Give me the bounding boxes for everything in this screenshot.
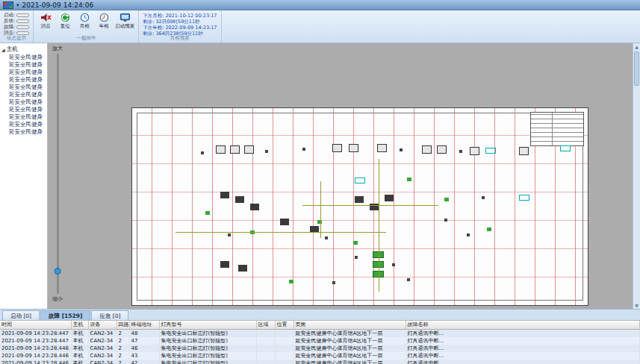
plan-element (485, 148, 496, 154)
schedule-lines: 下次月检: 2021-10-12 00:23:17 剩余: 32日09时59分1… (143, 13, 217, 37)
column-header[interactable]: 位置 (275, 321, 293, 329)
next-monthly-check-text: 下次月检: 2021-10-12 00:23:17 (143, 13, 217, 19)
cell-fault: 灯具通讯中断... (406, 329, 640, 337)
ops-buttons: 消音 复位 月检 (37, 13, 134, 30)
plan-element (289, 280, 293, 283)
plan-element (392, 263, 395, 266)
start-plan-button[interactable]: 启动预案 (115, 13, 134, 30)
plan-element (444, 198, 449, 201)
plan-element (355, 178, 365, 183)
plan-element (175, 232, 386, 233)
tree-item[interactable]: 延安全民健身 (0, 113, 47, 121)
plan-element (385, 195, 394, 201)
column-header[interactable]: 设备 (88, 321, 116, 329)
floorplan-canvas[interactable]: 放大 缩小 (48, 43, 640, 309)
tree-item[interactable]: 延安全民健身 (0, 91, 47, 98)
vscrollbar-thumb[interactable] (634, 51, 639, 86)
cell-host: 本机 (71, 329, 88, 337)
plan-element (250, 204, 259, 210)
tab-start[interactable]: 启动 [0] (2, 310, 40, 320)
cell-model: 集电安全出口标志灯(智能型) (159, 337, 256, 345)
column-header[interactable]: 故障名称 (406, 321, 640, 329)
tree-item[interactable]: 延安全民健身 (0, 84, 47, 91)
zoom-slider-thumb[interactable] (55, 268, 61, 274)
cell-page: 延安全民健身中心体育馆A区地下一层 (293, 345, 406, 352)
tree-item[interactable]: 延安全民健身 (0, 121, 47, 128)
table-row[interactable]: 2021-09-09 14:23:28.446 本机 CAN2-34 2 43 … (0, 352, 640, 360)
next-yearly-check-text: 下次年检: 2022-09-09 14:23:17 (143, 25, 217, 31)
status-row: 反馈: (4, 19, 29, 24)
cell-time: 2021-09-09 14:23:28.447 (0, 329, 71, 337)
column-header[interactable]: 区域 (256, 321, 275, 329)
cell-area (256, 329, 275, 337)
cell-loop: 2 (116, 329, 129, 337)
tab-fault[interactable]: 故障 [1529] (40, 310, 90, 320)
table-row[interactable]: 2021-09-09 14:23:28.447 本机 CAN2-34 2 47 … (0, 337, 640, 345)
cell-pos (275, 360, 293, 364)
tree-item[interactable]: 延安全民健身 (0, 69, 47, 76)
cell-time: 2021-09-09 14:23:28.447 (0, 337, 71, 345)
status-group: 启动: 反馈: 故障: 消音: (0, 10, 34, 43)
plan-element (355, 256, 358, 259)
plan-element (519, 195, 529, 201)
table-row[interactable]: 2021-09-09 14:23:28.446 本机 CAN2-34 2 46 … (0, 345, 640, 352)
tree-item[interactable]: 延安全民健身 (0, 61, 47, 69)
plan-element (377, 144, 387, 152)
status-row: 启动: (4, 13, 29, 18)
tree-root-label: 主机 (7, 46, 18, 53)
status-row: 故障: (4, 25, 29, 30)
plan-element (302, 148, 305, 151)
mute-icon (40, 13, 52, 22)
plan-element (216, 145, 226, 154)
column-header[interactable]: 灯具型号 (159, 321, 256, 329)
cell-loop: 2 (116, 360, 129, 364)
tree-item[interactable]: 延安全民健身 (0, 54, 47, 61)
ribbon-spacer (222, 10, 640, 43)
yearly-check-label: 年检 (99, 23, 109, 30)
tree-item[interactable]: 延安全民健身 (0, 98, 47, 106)
tree-item[interactable]: 延安全民健身 (0, 106, 47, 113)
reset-button[interactable]: 复位 (57, 13, 73, 30)
column-header[interactable]: 时间 (0, 321, 71, 329)
device-tree: ◢ 主机 延安全民健身 延安全民健身 延安全民健身 延安全民健身 延安全民健身 … (0, 43, 48, 309)
event-table: 时间 主机 设备 回路 终端地址 灯具型号 区域 位置 (0, 320, 640, 364)
app-icon[interactable] (3, 1, 13, 9)
cell-loop: 2 (116, 352, 129, 360)
cell-pos (275, 345, 293, 352)
cell-model: 集电安全出口标志灯(智能型) (159, 360, 256, 364)
tree-expand-icon[interactable]: ◢ (1, 47, 5, 52)
plan-element (201, 151, 204, 154)
mute-button[interactable]: 消音 (37, 13, 54, 30)
column-header[interactable]: 回路 (116, 321, 129, 329)
tree-item[interactable]: 延安全民健身 (0, 76, 47, 84)
zoom-slider[interactable] (57, 54, 59, 294)
plan-element (355, 196, 364, 203)
scroll-up-icon[interactable]: ▲ (635, 43, 639, 50)
cell-addr: 42 (129, 360, 159, 364)
yearly-check-clock-icon (99, 13, 110, 22)
tree-root-host[interactable]: ◢ 主机 (0, 45, 47, 54)
cell-page: 延安全民健身中心体育馆A区地下一层 (293, 352, 406, 360)
column-header[interactable]: 终端地址 (129, 321, 159, 329)
plan-element (459, 150, 462, 153)
plan-inner-frame (137, 113, 583, 301)
plan-legend-table (530, 112, 584, 146)
titlebar-dropdown-icon[interactable]: ▾ (16, 1, 19, 9)
monthly-check-button[interactable]: 月检 (76, 13, 93, 30)
zoom-in-label: 放大 (52, 45, 63, 52)
zoom-out-label: 缩小 (52, 295, 63, 303)
table-row[interactable]: 2021-09-09 14:23:28.447 本机 CAN2-34 2 48 … (0, 329, 640, 337)
mute-label: 消音 (41, 23, 51, 30)
column-header[interactable]: 页面 (293, 321, 406, 329)
column-header[interactable]: 主机 (71, 321, 88, 329)
cell-device: CAN2-34 (88, 329, 116, 337)
tree-item[interactable]: 延安全民健身 (0, 128, 47, 136)
plan-element (317, 220, 322, 224)
yearly-check-button[interactable]: 年检 (96, 13, 112, 30)
canvas-vscrollbar[interactable]: ▲ ▼ (633, 43, 640, 309)
table-row[interactable]: 2021-09-09 14:23:28.446 本机 CAN2-34 2 42 … (0, 360, 640, 364)
cell-addr: 46 (129, 345, 159, 352)
plan-element (560, 145, 571, 151)
tab-emergency[interactable]: 应急 [0] (91, 310, 128, 320)
scroll-down-icon[interactable]: ▼ (635, 302, 639, 309)
